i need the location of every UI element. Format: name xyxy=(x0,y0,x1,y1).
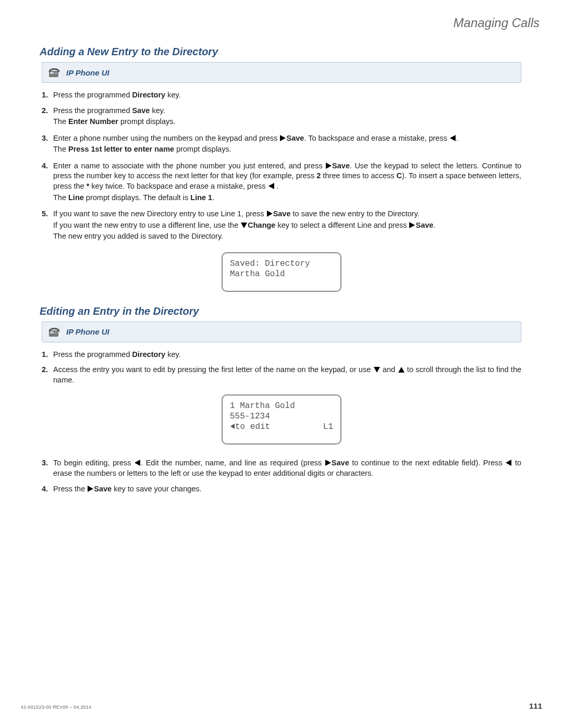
lcd-line: 1 Martha Gold xyxy=(230,401,333,411)
step-number: 3. xyxy=(42,458,53,478)
save-label: Save xyxy=(94,485,112,493)
enter-number-label: Enter Number xyxy=(68,117,118,126)
step-text: three times to access xyxy=(321,171,396,180)
step-text: key twice. To backspace and erase a mist… xyxy=(89,182,267,190)
step-text: key. xyxy=(150,106,165,115)
step-text: The xyxy=(53,145,68,153)
step-text: To begin editing, press xyxy=(53,459,134,467)
left-arrow-icon xyxy=(450,135,456,141)
lcd-line: Saved: Directory xyxy=(230,258,333,269)
save-label: Save xyxy=(415,221,433,229)
left-arrow-icon xyxy=(268,183,274,189)
step-text: to continue to the next editable field).… xyxy=(349,459,506,467)
step-text: prompt displays. xyxy=(174,145,231,153)
step-3: 3. Enter a phone number using the number… xyxy=(42,133,521,156)
step-number: 1. xyxy=(42,90,53,101)
press-first-letter-label: Press 1st letter to enter name xyxy=(68,145,174,153)
step-text: Enter a phone number using the numbers o… xyxy=(53,134,279,142)
step-text: . xyxy=(456,134,458,142)
svg-rect-1 xyxy=(50,72,54,74)
line-label: Line xyxy=(68,193,84,202)
svg-rect-10 xyxy=(55,333,56,334)
lcd-line: to edit xyxy=(235,422,270,431)
step-4: 4. Enter a name to associate with the ph… xyxy=(42,161,521,204)
left-arrow-icon xyxy=(506,460,511,466)
step-4: 4. Press the Save key to save your chang… xyxy=(42,484,521,495)
step-text: If you want to save the new Directory en… xyxy=(53,209,266,218)
lcd-line: 555-1234 xyxy=(230,411,333,422)
step-number: 3. xyxy=(42,133,53,156)
directory-key-label: Directory xyxy=(132,91,166,99)
step-2: 2. Access the entry you want to edit by … xyxy=(42,365,521,385)
step-text: The xyxy=(53,117,68,126)
right-arrow-icon xyxy=(409,222,415,228)
ip-phone-ui-label: IP Phone UI xyxy=(66,68,109,77)
lcd-line: L1 xyxy=(323,422,333,432)
step-text: The xyxy=(53,193,68,202)
step-text: Press the xyxy=(53,485,87,493)
save-label: Save xyxy=(286,134,304,142)
phone-icon xyxy=(47,325,61,339)
step-text: Access the entry you want to edit by pre… xyxy=(53,365,373,374)
step-text: If you want the new entry to use a diffe… xyxy=(53,221,240,229)
ip-phone-ui-banner: IP Phone UI xyxy=(42,62,521,83)
step-text: prompt displays. The default is xyxy=(84,193,190,202)
lcd-line: Martha Gold xyxy=(230,269,333,279)
save-key-label: Save xyxy=(132,106,150,115)
svg-rect-7 xyxy=(50,331,54,334)
right-arrow-icon xyxy=(88,486,93,492)
svg-rect-11 xyxy=(56,333,57,334)
step-5: 5. If you want to save the new Directory… xyxy=(42,209,521,243)
step-2: 2. Press the programmed Save key. The En… xyxy=(42,106,521,128)
line1-label: Line 1 xyxy=(190,193,212,202)
svg-rect-3 xyxy=(56,72,57,73)
step-text: to save the new entry to the Directory. xyxy=(291,209,420,218)
page-number: 111 xyxy=(529,701,542,710)
step-text: Enter a name to associate with the phone… xyxy=(53,162,325,170)
section-heading-edit-entry: Editing an Entry in the Directory xyxy=(40,305,542,317)
page: Managing Calls Adding a New Entry to the… xyxy=(0,0,563,728)
step-text: Press the programmed xyxy=(53,91,132,99)
steps-section2b: 3. To begin editing, press . Edit the nu… xyxy=(42,458,521,494)
step-number: 4. xyxy=(42,484,53,495)
steps-section2: 1. Press the programmed Directory key. 2… xyxy=(42,350,521,386)
step-1: 1. Press the programmed Directory key. xyxy=(42,350,521,360)
right-arrow-icon xyxy=(326,163,332,169)
step-text: Press the programmed xyxy=(53,350,132,359)
directory-key-label: Directory xyxy=(132,350,166,359)
save-label: Save xyxy=(332,162,350,170)
left-arrow-icon xyxy=(134,460,140,466)
lcd-saved-directory: Saved: Directory Martha Gold xyxy=(222,252,341,292)
step-number: 5. xyxy=(42,209,53,243)
right-arrow-icon xyxy=(325,460,331,466)
footer: 41-001523-00 REV00 – 04.2014 111 xyxy=(21,701,542,710)
right-arrow-icon xyxy=(267,211,273,217)
save-label: Save xyxy=(273,209,291,218)
svg-rect-4 xyxy=(55,73,56,75)
svg-rect-8 xyxy=(55,331,56,332)
step-number: 2. xyxy=(42,365,53,385)
ip-phone-ui-banner: IP Phone UI xyxy=(42,322,521,342)
step-text: . xyxy=(433,221,435,229)
down-arrow-icon xyxy=(374,367,380,373)
svg-rect-5 xyxy=(56,73,57,75)
right-arrow-icon xyxy=(280,135,286,141)
step-text: key to save your changes. xyxy=(112,485,202,493)
step-number: 2. xyxy=(42,106,53,128)
step-number: 4. xyxy=(42,161,53,204)
step-text: prompt displays. xyxy=(118,117,176,126)
svg-rect-9 xyxy=(56,331,57,332)
step-1: 1. Press the programmed Directory key. xyxy=(42,90,521,101)
up-arrow-icon xyxy=(398,367,405,373)
step-text: The new entry you added is saved to the … xyxy=(53,232,223,240)
letter-c-label: C xyxy=(397,171,402,180)
lcd-edit-entry: 1 Martha Gold 555-1234 to edit L1 xyxy=(222,394,341,445)
step-text: . Edit the number, name, and line as req… xyxy=(141,459,325,467)
step-text: key. xyxy=(165,91,181,99)
section-heading-add-entry: Adding a New Entry to the Directory xyxy=(40,46,542,58)
ip-phone-ui-label: IP Phone UI xyxy=(66,327,109,336)
save-label: Save xyxy=(332,459,349,467)
step-text: . To backspace and erase a mistake, pres… xyxy=(304,134,449,142)
left-arrow-small-icon xyxy=(230,424,235,429)
change-label: Change xyxy=(248,221,275,229)
